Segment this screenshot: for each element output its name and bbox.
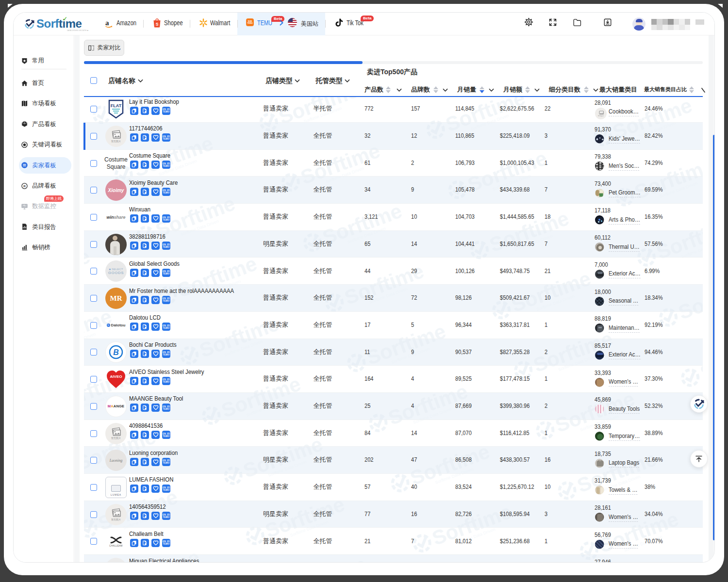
- svg-text:R: R: [23, 184, 26, 188]
- svg-text:a: a: [105, 19, 109, 27]
- svg-text:FLAT: FLAT: [111, 103, 122, 108]
- svg-text:S: S: [156, 22, 159, 27]
- svg-text:B: B: [113, 348, 119, 356]
- svg-text:AIVEO: AIVEO: [110, 374, 122, 379]
